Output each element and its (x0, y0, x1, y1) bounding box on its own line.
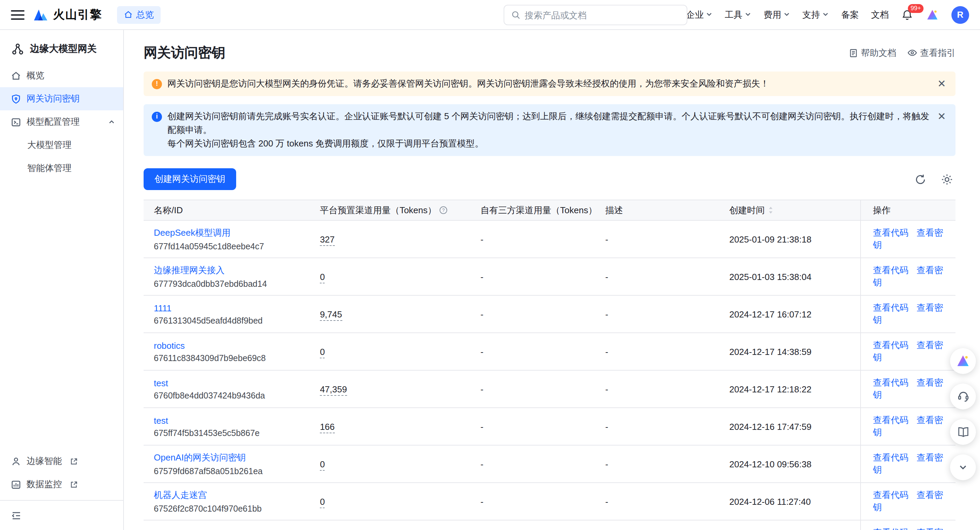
overview-tab-label: 总览 (136, 8, 154, 21)
cell-description: - (595, 408, 719, 445)
menu-billing[interactable]: 费用 (764, 8, 790, 21)
menu-filing[interactable]: 备案 (841, 8, 859, 21)
access-key-id: 67579fd687af58a051b261ea (154, 467, 310, 476)
cell-description: - (595, 258, 719, 295)
user-avatar[interactable]: R (951, 6, 969, 24)
platform-usage-value[interactable]: 9,745 (320, 309, 342, 321)
cell-name-id: 机器人走迷宫 67526f2c870c104f970e61bb (143, 483, 310, 520)
view-code-link[interactable]: 查看代码 (873, 490, 908, 500)
create-access-key-button[interactable]: 创建网关访问密钥 (143, 168, 236, 190)
docs-book-fab[interactable] (950, 419, 976, 445)
access-key-name-link[interactable]: OpenAI的网关访问密钥 (154, 452, 246, 464)
platform-usage-value[interactable]: 0 (320, 346, 325, 358)
menu-tools[interactable]: 工具 (725, 8, 751, 21)
cell-name-id: test 66e0242063c1bc7de6e3d2a7 (143, 520, 310, 530)
menu-enterprise[interactable]: 企业 (686, 8, 713, 21)
table-row: DeepSeek模型调用 677fd14a05945c1d8eebe4c7 32… (143, 220, 956, 258)
access-key-name-link[interactable]: test (154, 415, 168, 425)
access-key-name-link[interactable]: robotics (154, 340, 185, 351)
col-header-actions: 操作 (860, 200, 956, 220)
warning-banner-text: 网关访问密钥是您访问大模型网关的身份凭证。请务必妥善保管网关访问密钥。网关访问密… (167, 77, 931, 91)
cell-platform-usage: 0 (310, 333, 470, 370)
sidebar-item-label: 大模型管理 (27, 139, 72, 151)
sidebar-item-model-config[interactable]: 模型配置管理 (0, 110, 123, 134)
notification-bell-icon[interactable]: 99+ (901, 8, 913, 21)
external-link-icon (70, 457, 78, 465)
search-box[interactable] (504, 5, 687, 25)
menu-support[interactable]: 支持 (802, 8, 829, 21)
view-code-link[interactable]: 查看代码 (873, 377, 908, 388)
cell-name-id: robotics 67611c8384309d7b9ebe69c8 (143, 333, 310, 370)
own-usage-value: - (480, 309, 484, 319)
sidebar-item-label: 数据监控 (27, 478, 62, 490)
view-guide-link[interactable]: 查看指引 (907, 47, 956, 59)
description-value: - (605, 271, 608, 282)
access-key-name-link[interactable]: 1111 (154, 303, 172, 313)
sidebar-item-data-monitoring[interactable]: 数据监控 (0, 473, 123, 496)
close-icon[interactable]: ✕ (936, 77, 947, 91)
col-header-name-id: 名称/ID (143, 200, 310, 220)
platform-usage-value[interactable]: 0 (320, 496, 325, 508)
access-key-name-link[interactable]: 边缘推理网关接入 (154, 264, 224, 276)
ai-assistant-fab[interactable] (950, 348, 976, 374)
ai-assistant-icon[interactable] (926, 8, 939, 21)
settings-gear-button[interactable] (939, 171, 956, 188)
sidebar-item-agent-management[interactable]: 智能体管理 (0, 157, 123, 180)
access-key-name-link[interactable]: 机器人走迷宫 (154, 489, 207, 501)
cell-created: 2024-09-10 18:49:04 (719, 520, 860, 530)
cell-created: 2024-12-17 16:07:12 (719, 295, 860, 333)
cell-actions: 查看代码查看密钥 (860, 408, 956, 445)
brand[interactable]: 火山引擎 (33, 6, 102, 23)
view-code-link[interactable]: 查看代码 (873, 265, 908, 275)
view-code-link[interactable]: 查看代码 (873, 452, 908, 463)
platform-usage-value[interactable]: 47,359 (320, 384, 347, 396)
created-time-value: 2024-12-10 09:56:38 (729, 459, 811, 469)
topbar-left: 火山引擎 总览 (11, 6, 161, 24)
view-code-link[interactable]: 查看代码 (873, 302, 908, 313)
cell-description: - (595, 520, 719, 530)
access-key-name-link[interactable]: test (154, 528, 168, 530)
table-body: DeepSeek模型调用 677fd14a05945c1d8eebe4c7 32… (143, 220, 956, 530)
close-icon[interactable]: ✕ (936, 110, 947, 123)
sidebar-item-edge-intelligence[interactable]: 边缘智能 (0, 450, 123, 473)
sidebar-item-llm-management[interactable]: 大模型管理 (0, 134, 123, 157)
sidebar-collapse-button[interactable] (0, 500, 123, 530)
sidebar-item-label: 网关访问密钥 (27, 93, 80, 105)
cell-description: - (595, 333, 719, 370)
collapse-chevron-fab[interactable] (950, 454, 976, 480)
platform-usage-value[interactable]: 166 (320, 421, 334, 433)
access-key-name-link[interactable]: DeepSeek模型调用 (154, 227, 231, 239)
created-time-value: 2024-12-17 16:07:12 (729, 309, 811, 319)
search-input[interactable] (525, 10, 680, 20)
view-code-link[interactable]: 查看代码 (873, 415, 908, 425)
sidebar-item-overview[interactable]: 概览 (0, 64, 123, 87)
sort-icon[interactable] (767, 206, 773, 215)
table-header: 名称/ID 平台预置渠道用量（Tokens） ? 自有三方渠道用量（Tokens… (143, 200, 956, 220)
cell-platform-usage: 47,359 (310, 370, 470, 408)
warning-banner: ! 网关访问密钥是您访问大模型网关的身份凭证。请务必妥善保管网关访问密钥。网关访… (143, 72, 956, 96)
table-row: 边缘推理网关接入 677793dca0dbb37ebd6bad14 0 - - … (143, 258, 956, 295)
home-icon (11, 70, 21, 81)
table-row: test 6760fb8e4dd037424b9436da 47,359 - -… (143, 370, 956, 408)
brand-name: 火山引擎 (53, 7, 102, 22)
sidebar-item-access-keys[interactable]: 网关访问密钥 (0, 87, 123, 110)
info-banner: i 创建网关访问密钥前请先完成账号实名认证。企业认证账号默认可创建 5 个网关访… (143, 104, 956, 156)
view-code-link[interactable]: 查看代码 (873, 228, 908, 238)
view-code-link[interactable]: 查看代码 (873, 527, 908, 530)
help-doc-link[interactable]: 帮助文档 (849, 47, 896, 59)
cell-platform-usage: 0 (310, 258, 470, 295)
customer-support-fab[interactable] (950, 383, 976, 409)
platform-usage-value[interactable]: 0 (320, 459, 325, 470)
access-key-id: 67611c8384309d7b9ebe69c8 (154, 353, 310, 363)
overview-tab[interactable]: 总览 (117, 6, 161, 24)
platform-usage-value[interactable]: 0 (320, 271, 325, 283)
platform-usage-value[interactable]: 327 (320, 234, 334, 246)
hamburger-menu-icon[interactable] (11, 8, 24, 21)
view-code-link[interactable]: 查看代码 (873, 340, 908, 350)
created-time-value: 2024-12-17 12:18:22 (729, 384, 811, 394)
cell-created: 2025-01-09 21:38:18 (719, 220, 860, 258)
access-key-name-link[interactable]: test (154, 378, 168, 388)
menu-docs[interactable]: 文档 (871, 8, 889, 21)
refresh-button[interactable] (912, 171, 929, 188)
help-question-icon[interactable]: ? (439, 206, 448, 215)
